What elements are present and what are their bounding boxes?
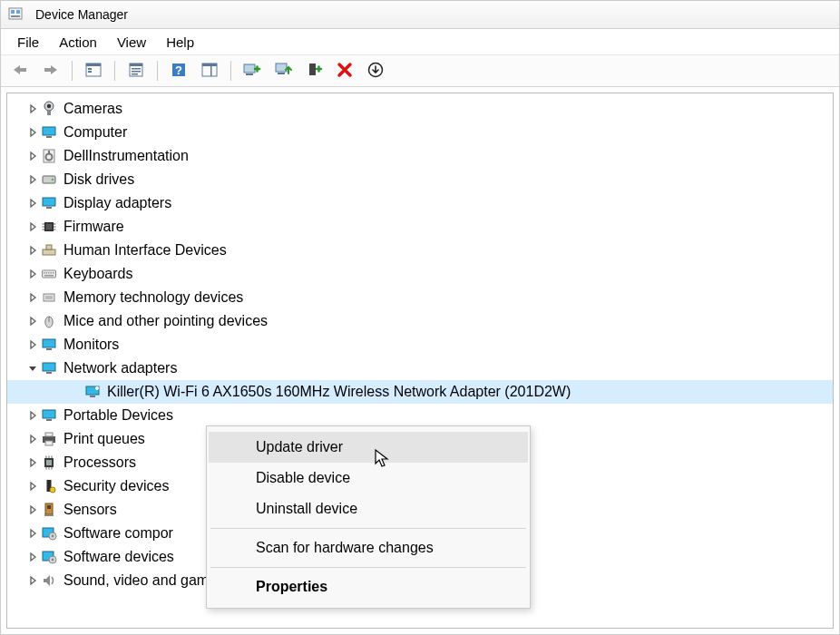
disk-icon [40,171,58,189]
tree-item[interactable]: Network adapters [7,357,833,380]
expander-open[interactable] [25,361,40,376]
expander-closed[interactable] [25,314,40,328]
expander-closed[interactable] [25,172,40,187]
menu-action[interactable]: Action [50,32,106,53]
uninstall-device-button[interactable] [331,58,358,83]
titlebar[interactable]: Device Manager [1,1,839,29]
expander-closed[interactable] [25,455,40,470]
svg-rect-54 [45,296,53,299]
expander-closed[interactable] [25,196,40,210]
svg-point-87 [52,559,54,562]
tree-item-label: Sensors [63,502,117,518]
tree-item[interactable]: Cameras [7,97,833,121]
sw-icon [40,524,58,542]
expander-closed[interactable] [25,432,40,446]
tree-item-label: Display adapters [63,195,171,211]
menubar: File Action View Help [1,29,839,55]
context-menu-item[interactable]: Disable device [209,463,528,493]
tree-item[interactable]: Keyboards [7,262,833,286]
expander-closed[interactable] [25,290,40,305]
expander-closed[interactable] [25,503,40,517]
sensor-icon [40,501,58,519]
svg-rect-49 [48,272,50,274]
svg-rect-1 [11,10,15,14]
svg-rect-37 [46,224,53,230]
svg-rect-11 [132,71,141,73]
help-icon: ? [171,62,187,81]
svg-rect-62 [90,396,95,397]
svg-rect-80 [47,505,51,509]
arrow-right-icon [43,64,59,79]
expander-closed[interactable] [25,267,40,281]
svg-rect-58 [46,348,52,350]
svg-rect-45 [46,245,52,249]
svg-point-33 [52,179,54,181]
tree-item[interactable]: Mice and other pointing devices [7,309,833,333]
tree-item[interactable]: Disk drives [7,168,833,191]
context-menu-item[interactable]: Uninstall device [209,493,528,524]
tree-item[interactable]: Monitors [7,333,833,357]
sw-icon [40,548,58,566]
expander-closed[interactable] [25,220,40,234]
tree-item[interactable]: Display adapters [7,191,833,215]
svg-rect-28 [46,136,52,138]
update-driver-button[interactable] [269,58,297,83]
sound-icon [40,572,58,590]
svg-rect-35 [46,207,52,209]
tree-item[interactable]: DellInstrumentation [7,144,833,168]
scan-hardware-button[interactable] [239,58,266,83]
svg-rect-22 [309,64,316,75]
action-panel-button[interactable] [196,58,223,83]
svg-rect-52 [44,275,54,277]
svg-rect-12 [132,73,138,75]
tree-item-label: Software devices [63,549,174,565]
expander-closed[interactable] [25,102,40,116]
menu-help[interactable]: Help [157,32,203,53]
context-menu-item[interactable]: Scan for hardware changes [209,532,528,563]
app-icon [6,5,24,24]
forward-button[interactable] [37,58,64,83]
show-hide-tree-button[interactable] [80,58,107,83]
expander-closed[interactable] [25,243,40,258]
expander-closed[interactable] [25,408,40,423]
context-menu-item[interactable]: Properties [209,572,528,602]
tree-item[interactable]: Portable Devices [7,404,833,427]
expander-closed[interactable] [25,149,40,163]
svg-rect-6 [88,68,92,70]
tree-item-label: Memory technology devices [63,289,243,306]
tree-item[interactable]: Memory technology devices [7,286,833,309]
context-menu-item[interactable]: Update driver [209,432,528,463]
tree-item-label: Monitors [63,337,119,353]
tree-item[interactable]: Computer [7,121,833,144]
svg-rect-27 [43,127,55,135]
enable-device-button[interactable] [362,58,389,83]
expander-closed[interactable] [25,573,40,588]
tree-item[interactable]: Killer(R) Wi-Fi 6 AX1650s 160MHz Wireles… [7,380,833,404]
menu-view[interactable]: View [108,32,155,53]
tree-item-label: Killer(R) Wi-Fi 6 AX1650s 160MHz Wireles… [107,384,571,400]
tree-item[interactable]: Firmware [7,215,833,239]
menu-file[interactable]: File [8,32,48,53]
svg-rect-16 [202,64,217,66]
disable-device-icon [305,62,323,81]
svg-rect-2 [16,10,20,14]
svg-rect-70 [46,460,52,465]
expander-closed[interactable] [25,337,40,352]
device-manager-window: Device Manager File Action View Help [0,0,840,635]
svg-rect-18 [244,64,255,73]
back-button[interactable] [6,58,34,83]
expander-closed[interactable] [25,526,40,541]
expander-closed[interactable] [25,550,40,564]
svg-rect-48 [46,272,48,274]
tree-item-label: Cameras [63,101,122,117]
console-tree-icon [85,62,102,81]
expander-closed[interactable] [25,125,40,140]
help-button[interactable]: ? [165,58,192,83]
properties-button[interactable] [122,58,150,83]
disable-device-button[interactable] [300,58,327,83]
tree-item[interactable]: Human Interface Devices [7,239,833,262]
svg-rect-3 [11,15,20,17]
expander-closed[interactable] [25,479,40,493]
cpu-icon [40,454,58,472]
tree-item-label: Print queues [63,431,145,447]
